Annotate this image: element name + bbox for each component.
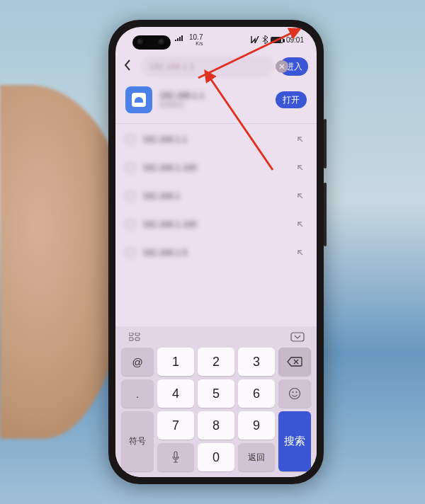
key-at[interactable]: @ [121, 348, 154, 376]
screen: 10.7 K/s 09:01 192.168.1.1 进入 [115, 27, 317, 477]
suggestion-item[interactable]: 192.168.1.5 [115, 239, 317, 267]
keyboard: @ 1 2 3 . 4 5 6 符号 7 8 9 搜索 [115, 326, 317, 477]
suggestion-item[interactable]: 192.168.1 [115, 182, 317, 210]
top-result-row[interactable]: 192.168.1.1 应用商店 打开 [115, 81, 317, 124]
suggestion-list: 192.168.1.1 192.168.1.100 192.168.1 [115, 124, 317, 268]
arrow-upleft-icon [297, 190, 304, 202]
keyboard-grid-icon[interactable] [125, 331, 144, 343]
suggestion-text: 192.168.1 [142, 191, 180, 201]
suggestion-text: 192.168.1.100 [142, 163, 197, 173]
app-subtitle: 应用商店 [159, 101, 268, 110]
key-dot[interactable]: . [121, 379, 154, 408]
phone-frame: 10.7 K/s 09:01 192.168.1.1 进入 [108, 20, 324, 484]
battery-icon [271, 37, 283, 43]
keyboard-collapse-icon[interactable] [288, 331, 307, 343]
svg-rect-0 [129, 333, 133, 336]
key-9[interactable]: 9 [238, 411, 275, 440]
search-row: 192.168.1.1 进入 [115, 52, 317, 81]
key-4[interactable]: 4 [157, 379, 194, 408]
globe-icon [125, 191, 135, 201]
svg-rect-2 [129, 338, 133, 340]
search-text: 192.168.1.1 [149, 62, 194, 71]
key-emoji[interactable] [278, 379, 311, 408]
arrow-upleft-icon [297, 246, 304, 259]
suggestion-text: 192.168.1.5 [142, 248, 187, 258]
suggestion-text: 192.168.1.100 [142, 219, 197, 229]
svg-rect-8 [174, 452, 177, 458]
bluetooth-icon [262, 35, 268, 44]
app-icon [125, 86, 152, 113]
app-title: 192.168.1.1 [159, 91, 268, 101]
key-2[interactable]: 2 [198, 348, 234, 376]
suggestion-text: 192.168.1.1 [142, 134, 187, 144]
key-3[interactable]: 3 [238, 348, 275, 376]
nfc-icon [251, 36, 259, 43]
suggestion-item[interactable]: 192.168.1.100 [115, 210, 317, 239]
volume-button[interactable] [324, 183, 327, 246]
svg-rect-4 [291, 333, 304, 341]
svg-rect-3 [135, 338, 140, 340]
globe-icon [125, 134, 135, 144]
key-7[interactable]: 7 [157, 411, 194, 440]
globe-icon [125, 163, 135, 173]
arrow-upleft-icon [297, 161, 304, 174]
power-button[interactable] [324, 119, 327, 168]
key-symbols[interactable]: 符号 [121, 411, 154, 471]
key-mic[interactable] [157, 443, 194, 471]
net-speed: 10.7 K/s [189, 34, 203, 46]
arrow-upleft-icon [297, 133, 304, 146]
arrow-upleft-icon [297, 218, 304, 231]
key-8[interactable]: 8 [198, 411, 234, 440]
globe-icon [125, 248, 135, 258]
svg-point-7 [296, 391, 298, 393]
key-6[interactable]: 6 [238, 379, 275, 408]
suggestion-item[interactable]: 192.168.1.100 [115, 154, 317, 182]
clear-button[interactable] [276, 60, 288, 73]
back-button[interactable] [124, 59, 135, 74]
suggestion-item[interactable]: 192.168.1.1 [115, 125, 317, 154]
key-0[interactable]: 0 [198, 443, 234, 471]
search-input[interactable]: 192.168.1.1 [141, 56, 274, 77]
key-1[interactable]: 1 [157, 348, 194, 376]
status-time: 09:01 [286, 36, 304, 44]
key-search[interactable]: 搜索 [278, 411, 311, 471]
open-button[interactable]: 打开 [276, 91, 307, 108]
svg-point-6 [293, 391, 294, 393]
key-return[interactable]: 返回 [238, 443, 275, 471]
signal-icon [175, 34, 183, 41]
globe-icon [125, 219, 135, 229]
svg-rect-1 [135, 333, 140, 336]
camera-cutout [132, 35, 171, 50]
key-5[interactable]: 5 [198, 379, 234, 408]
svg-point-5 [290, 389, 300, 399]
key-backspace[interactable] [278, 348, 311, 376]
